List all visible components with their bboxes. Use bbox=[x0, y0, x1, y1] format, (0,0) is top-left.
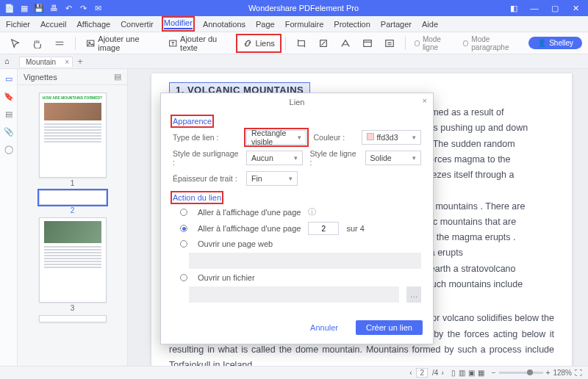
user-pill[interactable]: 👤Shelley bbox=[528, 37, 582, 49]
add-tab-button[interactable]: + bbox=[77, 56, 83, 67]
qat-open-icon[interactable]: ▦ bbox=[19, 3, 29, 13]
select-epaisseur[interactable]: Fin▾ bbox=[246, 171, 298, 186]
svg-rect-5 bbox=[385, 40, 393, 46]
menu-page[interactable]: Page bbox=[256, 20, 275, 29]
input-file-path[interactable] bbox=[189, 286, 399, 303]
radio-open-web[interactable] bbox=[180, 240, 187, 248]
thumb-label-3: 3 bbox=[18, 304, 127, 312]
chevron-down-icon: ▾ bbox=[412, 134, 416, 141]
select-style-surlignage[interactable]: Aucun▾ bbox=[246, 151, 303, 165]
label-page-of: sur 4 bbox=[346, 224, 364, 233]
menu-protection[interactable]: Protection bbox=[334, 20, 370, 29]
thumbnails-header: Vignettes ▤ bbox=[18, 69, 127, 85]
label-goto-page: Aller à l'affichage d'une page bbox=[198, 224, 301, 233]
menu-partager[interactable]: Partager bbox=[381, 20, 412, 29]
view-twocont-icon[interactable]: ▦ bbox=[478, 369, 484, 377]
crop-tool[interactable] bbox=[292, 36, 311, 51]
label-open-web: Ouvrir une page web bbox=[198, 239, 273, 248]
zoom-in-button[interactable]: + bbox=[546, 369, 551, 377]
edit-tool[interactable] bbox=[50, 36, 69, 51]
input-web-url[interactable] bbox=[189, 253, 421, 269]
menu-fichier[interactable]: Fichier bbox=[6, 20, 30, 29]
doc-tab-label: Mountain bbox=[26, 58, 56, 66]
page-next-button[interactable]: › bbox=[441, 369, 443, 377]
zoom-slider[interactable] bbox=[499, 372, 543, 374]
select-couleur[interactable]: ffd3d3▾ bbox=[362, 130, 422, 145]
close-button[interactable]: ✕ bbox=[566, 1, 585, 15]
qat-undo-icon[interactable]: ↶ bbox=[63, 3, 74, 13]
select-style-ligne[interactable]: Solide▾ bbox=[365, 151, 422, 165]
dialog-title: Lien × bbox=[161, 93, 433, 109]
chevron-down-icon: ▾ bbox=[298, 134, 301, 141]
browse-file-button[interactable]: … bbox=[406, 286, 421, 303]
svg-rect-4 bbox=[363, 40, 371, 46]
view-single-icon[interactable]: ▯ bbox=[451, 369, 456, 377]
toolbar: Ajouter une image Ajouter du texte Liens… bbox=[0, 32, 588, 54]
thumbnail-page-1[interactable]: HOW ARE MOUNTAINS FORMED? bbox=[39, 93, 107, 178]
menu-aide[interactable]: Aide bbox=[422, 20, 438, 29]
add-text-button[interactable]: Ajouter du texte bbox=[164, 32, 235, 54]
qat-save-icon[interactable]: 💾 bbox=[34, 3, 44, 13]
header-footer-tool[interactable] bbox=[336, 36, 355, 51]
bates-tool[interactable] bbox=[380, 36, 399, 51]
rail-thumbnails-icon[interactable]: ▭ bbox=[4, 73, 14, 84]
menu-affichage[interactable]: Affichage bbox=[76, 20, 110, 29]
rail-attachments-icon[interactable]: 📎 bbox=[4, 126, 14, 137]
color-swatch bbox=[367, 133, 374, 140]
tab-close-icon[interactable]: × bbox=[65, 58, 69, 66]
watermark-tool[interactable] bbox=[314, 36, 333, 51]
thumbnail-page-4[interactable] bbox=[39, 315, 107, 322]
menubar: Fichier Accueil Affichage Convertir Modi… bbox=[0, 16, 588, 32]
notify-icon[interactable]: ◧ bbox=[504, 1, 523, 15]
menu-annotations[interactable]: Annotations bbox=[203, 20, 245, 29]
titlebar: 📄 ▦ 💾 🖶 ↶ ↷ ✉ Wondershare PDFelement Pro… bbox=[0, 0, 588, 16]
fullscreen-icon[interactable]: ⛶ bbox=[575, 369, 582, 377]
background-tool[interactable] bbox=[358, 36, 377, 51]
select-type-de-lien[interactable]: Rectangle visible▾ bbox=[246, 130, 306, 145]
radio-open-file[interactable] bbox=[180, 274, 187, 281]
qat-mail-icon[interactable]: ✉ bbox=[93, 3, 103, 13]
mode-paragraph-radio[interactable]: Mode paragraphe bbox=[460, 35, 526, 51]
statusbar: ‹ 2 /4 › ▯ ▥ ▣ ▦ − + 128% ⛶ bbox=[0, 366, 588, 379]
maximize-button[interactable]: ▢ bbox=[545, 1, 564, 15]
page-prev-button[interactable]: ‹ bbox=[409, 369, 412, 377]
mode-line-radio[interactable]: Mode ligne bbox=[412, 35, 457, 51]
thumbnail-page-3[interactable] bbox=[39, 217, 107, 303]
chevron-down-icon: ▾ bbox=[289, 175, 293, 182]
minimize-button[interactable]: — bbox=[525, 1, 544, 15]
dialog-close-button[interactable]: × bbox=[423, 96, 427, 105]
view-two-icon[interactable]: ▣ bbox=[468, 369, 475, 377]
create-link-button[interactable]: Créer un lien bbox=[356, 320, 423, 335]
zoom-out-button[interactable]: − bbox=[492, 369, 496, 377]
thumbnail-page-2[interactable] bbox=[39, 190, 107, 205]
radio-goto-view[interactable] bbox=[180, 209, 187, 216]
menu-modifier[interactable]: Modifier bbox=[164, 18, 193, 29]
mode-line-label: Mode ligne bbox=[423, 35, 454, 51]
label-type-de-lien: Type de lien : bbox=[173, 133, 239, 142]
links-button[interactable]: Liens bbox=[238, 36, 279, 51]
hand-tool[interactable] bbox=[28, 36, 47, 51]
rail-search-icon[interactable]: ◯ bbox=[4, 144, 14, 154]
doc-tab-mountain[interactable]: Mountain× bbox=[19, 57, 73, 67]
thumbnails-panel: Vignettes ▤ HOW ARE MOUNTAINS FORMED? 1 … bbox=[18, 69, 128, 366]
cancel-button[interactable]: Annuler bbox=[300, 320, 348, 335]
menu-convertir[interactable]: Convertir bbox=[121, 20, 154, 29]
add-image-button[interactable]: Ajouter une image bbox=[82, 32, 161, 54]
view-cont-icon[interactable]: ▥ bbox=[459, 369, 465, 377]
menu-accueil[interactable]: Accueil bbox=[40, 20, 66, 29]
page-current[interactable]: 2 bbox=[416, 368, 428, 378]
radio-goto-page[interactable] bbox=[180, 225, 187, 232]
label-style-surlignage: Style de surlignage : bbox=[173, 149, 239, 167]
rail-comments-icon[interactable]: ▤ bbox=[4, 109, 14, 119]
add-image-label: Ajouter une image bbox=[98, 35, 156, 52]
info-icon[interactable]: ⓘ bbox=[308, 206, 316, 217]
qat-redo-icon[interactable]: ↷ bbox=[78, 3, 88, 13]
input-page-number[interactable] bbox=[308, 222, 339, 235]
label-open-file: Ouvrir un fichier bbox=[198, 273, 255, 282]
qat-print-icon[interactable]: 🖶 bbox=[49, 3, 59, 13]
home-tab-icon[interactable]: ⌂ bbox=[4, 57, 15, 67]
panel-menu-icon[interactable]: ▤ bbox=[114, 72, 121, 82]
rail-bookmarks-icon[interactable]: 🔖 bbox=[4, 91, 14, 101]
select-tool[interactable] bbox=[6, 36, 25, 51]
menu-formulaire[interactable]: Formulaire bbox=[285, 20, 324, 29]
